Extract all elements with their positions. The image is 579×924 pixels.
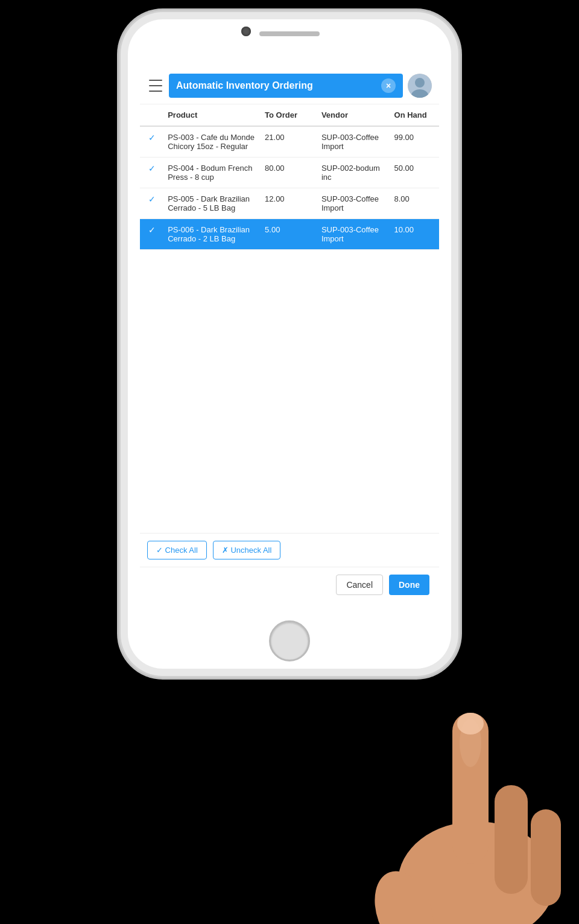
phone-screen: Automatic Inventory Ordering × [140,68,439,602]
bulk-buttons-area: ✓ Check All ✗ Uncheck All [140,533,439,567]
uncheck-all-button[interactable]: ✗ Uncheck All [213,541,281,559]
svg-rect-7 [531,809,561,906]
row-product: PS-004 - Bodum French Press - 8 cup [164,158,261,188]
cancel-button[interactable]: Cancel [336,575,383,595]
row-product: PS-006 - Dark Brazilian Cerrado - 2 LB B… [164,219,261,250]
inventory-table: Product To Order Vendor On Hand ✓ PS-003… [140,104,439,250]
check-icon: ✓ [148,133,156,142]
title-bar: Automatic Inventory Ordering × [169,74,403,98]
table-row[interactable]: ✓ PS-006 - Dark Brazilian Cerrado - 2 LB… [140,219,439,250]
phone-speaker [259,31,320,36]
col-header-vendor: Vendor [318,104,391,126]
col-header-product: Product [164,104,261,126]
row-to-order: 12.00 [261,188,318,219]
scene: Automatic Inventory Ordering × [0,0,579,924]
inventory-table-container: Product To Order Vendor On Hand ✓ PS-003… [140,104,439,533]
row-vendor: SUP-003-Coffee Import [318,219,391,250]
svg-point-4 [364,863,444,924]
row-on-hand: 8.00 [391,188,439,219]
row-on-hand: 50.00 [391,158,439,188]
row-product: PS-003 - Cafe du Monde Chicory 15oz - Re… [164,126,261,158]
col-header-on-hand: On Hand [391,104,439,126]
row-to-order: 5.00 [261,219,318,250]
close-button[interactable]: × [381,78,396,93]
table-row[interactable]: ✓ PS-003 - Cafe du Monde Chicory 15oz - … [140,126,439,158]
home-button[interactable] [269,620,310,661]
row-on-hand: 99.00 [391,126,439,158]
check-all-button[interactable]: ✓ Check All [147,541,207,559]
check-icon: ✓ [148,164,156,173]
table-row[interactable]: ✓ PS-005 - Dark Brazilian Cerrado - 5 LB… [140,188,439,219]
row-to-order: 80.00 [261,158,318,188]
hamburger-line-2 [149,85,162,86]
row-vendor: SUP-002-bodum inc [318,158,391,188]
svg-point-8 [460,719,481,767]
phone-camera [241,27,251,36]
app-header: Automatic Inventory Ordering × [140,68,439,104]
svg-rect-5 [452,713,489,864]
menu-button[interactable] [147,77,164,94]
row-checkbox[interactable]: ✓ [140,188,164,219]
phone-shell: Automatic Inventory Ordering × [121,12,458,676]
svg-rect-6 [495,785,528,894]
table-row[interactable]: ✓ PS-004 - Bodum French Press - 8 cup 80… [140,158,439,188]
footer-actions: Cancel Done [140,567,439,602]
table-header-row: Product To Order Vendor On Hand [140,104,439,126]
col-header-check [140,104,164,126]
done-button[interactable]: Done [389,575,429,595]
row-checkbox[interactable]: ✓ [140,126,164,158]
svg-point-9 [457,713,484,734]
row-vendor: SUP-003-Coffee Import [318,126,391,158]
svg-point-3 [398,821,555,924]
svg-point-1 [415,78,425,88]
check-icon: ✓ [148,194,156,204]
hamburger-line-3 [149,91,162,92]
app-title: Automatic Inventory Ordering [176,80,313,91]
row-to-order: 21.00 [261,126,318,158]
hamburger-line-1 [149,80,162,81]
user-avatar[interactable] [408,74,432,98]
hand-overlay [356,652,579,924]
row-vendor: SUP-003-Coffee Import [318,188,391,219]
check-icon: ✓ [148,225,156,235]
row-on-hand: 10.00 [391,219,439,250]
row-product: PS-005 - Dark Brazilian Cerrado - 5 LB B… [164,188,261,219]
col-header-to-order: To Order [261,104,318,126]
phone-inner: Automatic Inventory Ordering × [128,19,451,669]
row-checkbox[interactable]: ✓ [140,219,164,250]
row-checkbox[interactable]: ✓ [140,158,164,188]
